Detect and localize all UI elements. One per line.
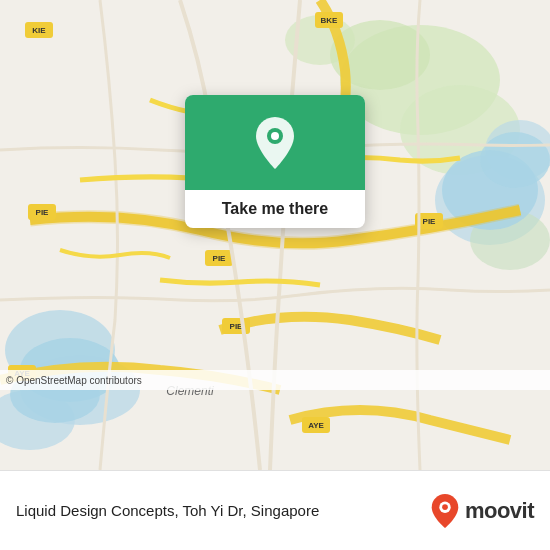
svg-point-36: [442, 504, 448, 510]
attribution-text: © OpenStreetMap contributors: [6, 375, 142, 386]
svg-text:KIE: KIE: [32, 26, 46, 35]
svg-point-14: [480, 132, 550, 188]
map-container: PIE PIE PIE PIE AYE AYE BKE KIE: [0, 0, 550, 470]
svg-text:BKE: BKE: [321, 16, 339, 25]
svg-text:PIE: PIE: [36, 208, 50, 217]
moovit-logo: moovit: [429, 493, 534, 529]
bottom-bar: Liquid Design Concepts, Toh Yi Dr, Singa…: [0, 470, 550, 550]
location-pin-icon: [251, 115, 299, 171]
take-me-there-button[interactable]: Take me there: [222, 200, 328, 218]
map-background: PIE PIE PIE PIE AYE AYE BKE KIE: [0, 0, 550, 470]
svg-text:AYE: AYE: [308, 421, 324, 430]
svg-text:PIE: PIE: [423, 217, 437, 226]
attribution-bar: © OpenStreetMap contributors: [0, 370, 550, 390]
popup-card-header: [185, 95, 365, 190]
moovit-wordmark: moovit: [465, 498, 534, 524]
svg-text:PIE: PIE: [213, 254, 227, 263]
location-text: Liquid Design Concepts, Toh Yi Dr, Singa…: [16, 502, 429, 519]
popup-card: Take me there: [185, 95, 365, 228]
svg-point-34: [271, 132, 279, 140]
moovit-pin-icon: [429, 493, 461, 529]
popup-card-body: Take me there: [185, 190, 365, 228]
